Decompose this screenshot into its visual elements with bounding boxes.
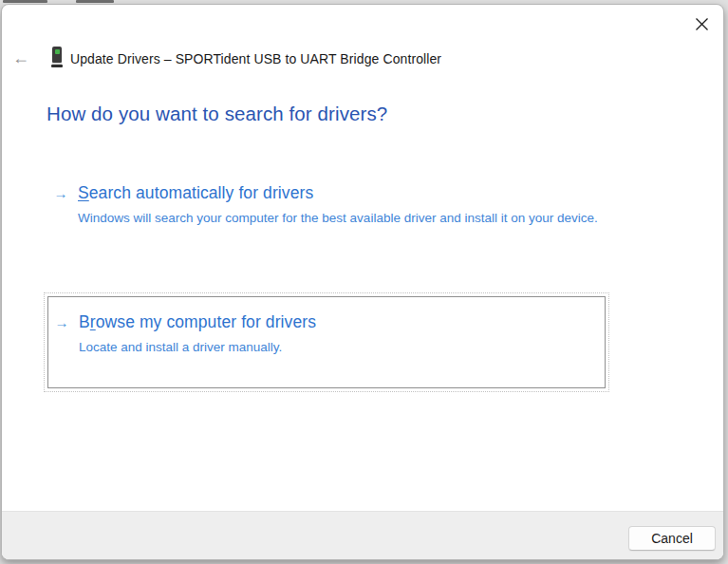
device-icon — [51, 47, 63, 67]
update-drivers-dialog: ← Update Drivers – SPORTident USB to UAR… — [1, 4, 724, 560]
device-icon-green-light — [55, 49, 60, 54]
back-button[interactable]: ← — [10, 47, 31, 68]
option-title: Search automatically for drivers — [78, 183, 598, 203]
arrow-icon: → — [53, 185, 68, 230]
option-title: Browse my computer for drivers — [79, 312, 316, 332]
close-button[interactable] — [686, 9, 717, 38]
background-window-remnant — [76, 0, 114, 3]
option-text-block: → Browse my computer for drivers Locate … — [48, 297, 605, 359]
close-icon — [695, 17, 709, 31]
cancel-button[interactable]: Cancel — [628, 526, 716, 551]
option-text-block: Search automatically for drivers Windows… — [78, 183, 598, 230]
page-heading: How do you want to search for drivers? — [47, 103, 387, 125]
footer-bar: Cancel — [2, 511, 723, 559]
device-icon-base — [51, 65, 63, 68]
dialog-title: Update Drivers – SPORTident USB to UART … — [70, 51, 441, 66]
access-key-letter: S — [78, 183, 89, 202]
arrow-icon: → — [54, 314, 69, 359]
option-description: Locate and install a driver manually. — [79, 337, 316, 359]
option-search-automatically[interactable]: → Search automatically for drivers Windo… — [53, 183, 598, 230]
option-browse-computer[interactable]: → Browse my computer for drivers Locate … — [47, 296, 606, 388]
option-description: Windows will search your computer for th… — [78, 208, 598, 230]
background-window-remnant — [3, 0, 47, 3]
back-arrow-icon: ← — [12, 48, 29, 67]
